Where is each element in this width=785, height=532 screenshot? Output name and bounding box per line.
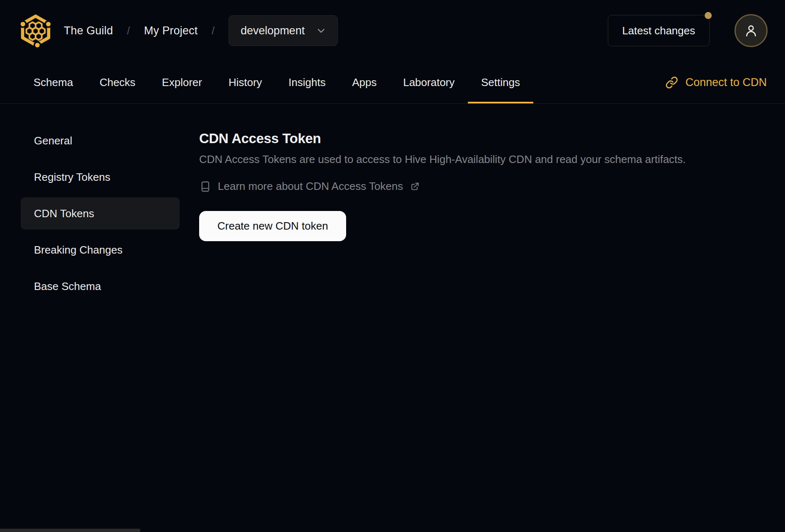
sidebar-item-cdn-tokens[interactable]: CDN Tokens bbox=[21, 197, 180, 230]
horizontal-scrollbar-thumb[interactable] bbox=[0, 529, 140, 532]
settings-sidebar: General Registry Tokens CDN Tokens Break… bbox=[0, 104, 180, 307]
settings-content: General Registry Tokens CDN Tokens Break… bbox=[0, 104, 785, 307]
sidebar-item-general[interactable]: General bbox=[21, 125, 180, 157]
user-avatar-button[interactable] bbox=[734, 14, 768, 47]
page-title: CDN Access Token bbox=[199, 130, 760, 147]
breadcrumb-organization[interactable]: The Guild bbox=[64, 24, 113, 37]
hive-logo[interactable] bbox=[19, 12, 52, 49]
book-icon bbox=[199, 180, 212, 193]
tab-explorer[interactable]: Explorer bbox=[149, 61, 215, 103]
tab-schema[interactable]: Schema bbox=[20, 61, 86, 103]
breadcrumb-project[interactable]: My Project bbox=[144, 24, 198, 37]
target-selector-dropdown[interactable]: development bbox=[229, 15, 338, 46]
page-description: CDN Access Tokens are used to access to … bbox=[199, 152, 760, 166]
breadcrumb-separator: / bbox=[127, 25, 130, 37]
tab-bar: Schema Checks Explorer History Insights … bbox=[0, 61, 785, 104]
target-selector-value: development bbox=[241, 24, 305, 37]
tab-insights[interactable]: Insights bbox=[275, 61, 339, 103]
main-content: CDN Access Token CDN Access Tokens are u… bbox=[180, 104, 785, 241]
notification-dot bbox=[705, 12, 712, 19]
learn-more-link[interactable]: Learn more about CDN Access Tokens bbox=[199, 180, 419, 193]
learn-more-label: Learn more about CDN Access Tokens bbox=[218, 180, 403, 193]
sidebar-item-breaking-changes[interactable]: Breaking Changes bbox=[21, 234, 180, 266]
sidebar-item-registry-tokens[interactable]: Registry Tokens bbox=[21, 161, 180, 193]
link-icon bbox=[665, 76, 678, 89]
tab-history[interactable]: History bbox=[215, 61, 275, 103]
user-icon bbox=[744, 23, 759, 38]
breadcrumb: The Guild / My Project / development bbox=[64, 15, 338, 46]
header: The Guild / My Project / development Lat… bbox=[0, 0, 785, 61]
hive-honeycomb-logo-icon bbox=[19, 12, 52, 49]
breadcrumb-separator: / bbox=[212, 25, 214, 37]
create-cdn-token-button[interactable]: Create new CDN token bbox=[199, 211, 346, 241]
app-root: The Guild / My Project / development Lat… bbox=[0, 0, 785, 307]
tab-laboratory[interactable]: Laboratory bbox=[390, 61, 468, 103]
latest-changes-button[interactable]: Latest changes bbox=[608, 15, 710, 46]
sidebar-item-base-schema[interactable]: Base Schema bbox=[21, 270, 180, 302]
tab-apps[interactable]: Apps bbox=[339, 61, 390, 103]
external-link-icon bbox=[410, 182, 419, 191]
tab-settings[interactable]: Settings bbox=[468, 61, 533, 103]
tab-checks[interactable]: Checks bbox=[86, 61, 149, 103]
connect-to-cdn-link[interactable]: Connect to CDN bbox=[665, 76, 767, 89]
chevron-down-icon bbox=[315, 25, 327, 36]
connect-to-cdn-label: Connect to CDN bbox=[685, 76, 767, 89]
latest-changes-label: Latest changes bbox=[622, 24, 695, 37]
